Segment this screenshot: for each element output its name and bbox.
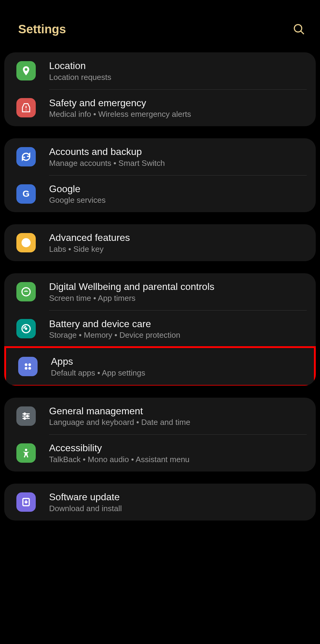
- item-content: Software updateDownload and install: [49, 491, 307, 513]
- settings-group: Digital Wellbeing and parental controlsS…: [4, 273, 316, 386]
- item-subtitle: Manage accounts • Smart Switch: [49, 159, 307, 168]
- settings-item-google[interactable]: GGoogleGoogle services: [4, 176, 316, 212]
- settings-group: Software updateDownload and install: [4, 484, 316, 521]
- item-content: Accounts and backupManage accounts • Sma…: [49, 146, 307, 168]
- svg-point-14: [27, 415, 28, 417]
- settings-item-advanced[interactable]: Advanced featuresLabs • Side key: [4, 224, 316, 261]
- item-content: General managementLanguage and keyboard …: [49, 405, 307, 427]
- settings-group: LocationLocation requestsSafety and emer…: [4, 52, 316, 126]
- svg-point-9: [25, 367, 28, 370]
- svg-point-8: [28, 363, 31, 366]
- item-subtitle: Google services: [49, 196, 307, 205]
- page-title: Settings: [18, 22, 66, 36]
- item-subtitle: Storage • Memory • Device protection: [49, 330, 307, 340]
- location-pin-icon: [16, 61, 36, 80]
- item-title: Battery and device care: [49, 318, 307, 330]
- settings-item-accounts[interactable]: Accounts and backupManage accounts • Sma…: [4, 138, 316, 175]
- item-subtitle: Labs • Side key: [49, 245, 307, 254]
- item-title: Apps: [51, 355, 305, 368]
- svg-point-10: [28, 367, 31, 370]
- item-title: Advanced features: [49, 232, 307, 244]
- svg-point-2: [26, 110, 27, 110]
- item-subtitle: Location requests: [49, 73, 307, 82]
- svg-point-7: [25, 363, 28, 366]
- svg-point-16: [24, 417, 26, 419]
- download-icon: [16, 492, 36, 512]
- item-title: Accessibility: [49, 442, 307, 455]
- sliders-icon: [16, 406, 36, 426]
- item-content: Digital Wellbeing and parental controlsS…: [49, 281, 307, 303]
- item-title: Location: [49, 60, 307, 72]
- item-subtitle: Medical info • Wireless emergency alerts: [49, 110, 307, 119]
- accessibility-icon: [16, 443, 36, 463]
- item-subtitle: Default apps • App settings: [51, 368, 305, 378]
- item-content: AppsDefault apps • App settings: [51, 355, 305, 378]
- item-content: Safety and emergencyMedical info • Wirel…: [49, 97, 307, 119]
- settings-item-safety[interactable]: Safety and emergencyMedical info • Wirel…: [4, 90, 316, 126]
- settings-item-apps[interactable]: AppsDefault apps • App settings: [4, 346, 316, 386]
- item-title: General management: [49, 405, 307, 418]
- svg-line-1: [301, 31, 304, 34]
- svg-point-12: [24, 413, 26, 415]
- item-title: Accounts and backup: [49, 146, 307, 158]
- svg-point-0: [294, 25, 302, 32]
- apps-grid-icon: [18, 357, 38, 376]
- google-icon: G: [16, 184, 36, 204]
- search-icon[interactable]: [293, 23, 305, 36]
- item-subtitle: TalkBack • Mono audio • Assistant menu: [49, 455, 307, 464]
- page-header: Settings: [0, 15, 320, 43]
- settings-groups: LocationLocation requestsSafety and emer…: [0, 52, 320, 521]
- item-title: Digital Wellbeing and parental controls: [49, 281, 307, 293]
- item-content: GoogleGoogle services: [49, 183, 307, 205]
- item-title: Safety and emergency: [49, 97, 307, 110]
- item-content: AccessibilityTalkBack • Mono audio • Ass…: [49, 442, 307, 464]
- sync-icon: [16, 147, 36, 166]
- svg-point-6: [25, 328, 27, 330]
- settings-item-general[interactable]: General managementLanguage and keyboard …: [4, 398, 316, 435]
- item-content: Advanced featuresLabs • Side key: [49, 232, 307, 254]
- svg-text:G: G: [22, 189, 29, 199]
- item-title: Google: [49, 183, 307, 196]
- warning-icon: [16, 98, 36, 117]
- settings-item-location[interactable]: LocationLocation requests: [4, 52, 316, 89]
- svg-point-17: [25, 449, 27, 451]
- item-content: Battery and device careStorage • Memory …: [49, 318, 307, 340]
- settings-item-battery[interactable]: Battery and device careStorage • Memory …: [4, 310, 316, 347]
- settings-group: Accounts and backupManage accounts • Sma…: [4, 138, 316, 212]
- device-care-icon: [16, 319, 36, 338]
- settings-item-wellbeing[interactable]: Digital Wellbeing and parental controlsS…: [4, 273, 316, 310]
- settings-item-accessibility[interactable]: AccessibilityTalkBack • Mono audio • Ass…: [4, 435, 316, 472]
- item-content: LocationLocation requests: [49, 60, 307, 82]
- item-title: Software update: [49, 491, 307, 504]
- settings-group: Advanced featuresLabs • Side key: [4, 224, 316, 261]
- item-subtitle: Download and install: [49, 504, 307, 513]
- item-subtitle: Screen time • App timers: [49, 294, 307, 303]
- wellbeing-icon: [16, 282, 36, 301]
- settings-group: General managementLanguage and keyboard …: [4, 398, 316, 472]
- plus-circle-icon: [16, 233, 36, 252]
- item-subtitle: Language and keyboard • Date and time: [49, 418, 307, 427]
- settings-item-software[interactable]: Software updateDownload and install: [4, 484, 316, 521]
